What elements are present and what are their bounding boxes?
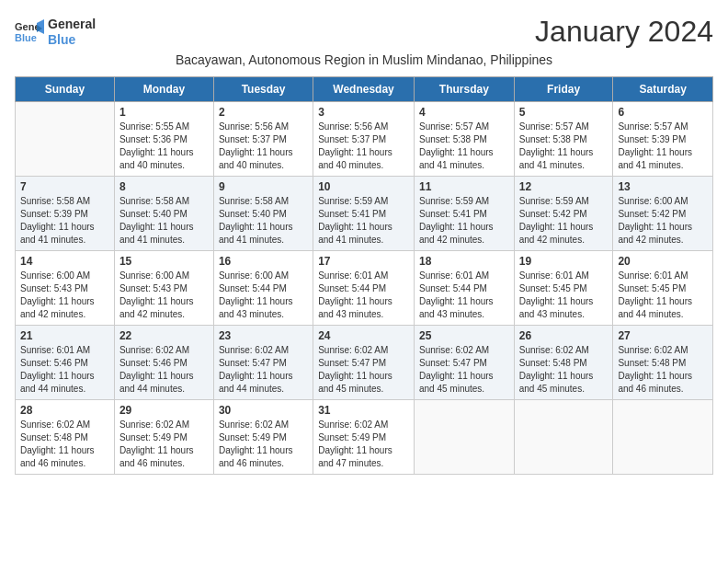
day-number: 11: [419, 180, 509, 193]
calendar-cell: 31Sunrise: 6:02 AMSunset: 5:49 PMDayligh…: [313, 400, 415, 475]
day-number: 17: [318, 255, 409, 268]
calendar-cell: 13Sunrise: 6:00 AMSunset: 5:42 PMDayligh…: [613, 177, 713, 251]
day-info: Sunrise: 5:58 AMSunset: 5:40 PMDaylight:…: [219, 195, 308, 247]
calendar-cell: 16Sunrise: 6:00 AMSunset: 5:44 PMDayligh…: [213, 251, 313, 326]
calendar-cell: 21Sunrise: 6:01 AMSunset: 5:46 PMDayligh…: [16, 326, 115, 400]
day-info: Sunrise: 6:01 AMSunset: 5:44 PMDaylight:…: [318, 270, 409, 321]
calendar-week-2: 7Sunrise: 5:58 AMSunset: 5:39 PMDaylight…: [16, 177, 713, 251]
day-header-monday: Monday: [114, 77, 213, 102]
calendar-cell: 2Sunrise: 5:56 AMSunset: 5:37 PMDaylight…: [213, 102, 313, 177]
calendar-cell: 27Sunrise: 6:02 AMSunset: 5:48 PMDayligh…: [613, 326, 713, 400]
logo-icon: General Blue: [15, 19, 44, 45]
calendar-cell: 19Sunrise: 6:01 AMSunset: 5:45 PMDayligh…: [514, 251, 613, 326]
logo-line1: General: [48, 17, 96, 32]
day-number: 29: [119, 404, 209, 417]
calendar-cell: 3Sunrise: 5:56 AMSunset: 5:37 PMDaylight…: [313, 102, 415, 177]
day-number: 24: [318, 329, 409, 342]
day-info: Sunrise: 6:00 AMSunset: 5:42 PMDaylight:…: [618, 195, 708, 247]
day-number: 30: [219, 404, 308, 417]
day-info: Sunrise: 6:02 AMSunset: 5:47 PMDaylight:…: [318, 344, 409, 396]
day-header-sunday: Sunday: [16, 77, 115, 102]
day-number: 10: [318, 180, 409, 193]
day-info: Sunrise: 6:02 AMSunset: 5:49 PMDaylight:…: [119, 419, 209, 470]
calendar-cell: 25Sunrise: 6:02 AMSunset: 5:47 PMDayligh…: [414, 326, 514, 400]
calendar-cell: 15Sunrise: 6:00 AMSunset: 5:43 PMDayligh…: [114, 251, 213, 326]
day-number: 23: [219, 329, 308, 342]
day-info: Sunrise: 6:02 AMSunset: 5:47 PMDaylight:…: [219, 344, 308, 396]
day-info: Sunrise: 6:01 AMSunset: 5:46 PMDaylight:…: [20, 344, 109, 396]
calendar-cell: 14Sunrise: 6:00 AMSunset: 5:43 PMDayligh…: [16, 251, 115, 326]
calendar-cell: [16, 102, 115, 177]
calendar-cell: 12Sunrise: 5:59 AMSunset: 5:42 PMDayligh…: [514, 177, 613, 251]
day-info: Sunrise: 6:02 AMSunset: 5:48 PMDaylight:…: [618, 344, 708, 396]
day-info: Sunrise: 5:59 AMSunset: 5:41 PMDaylight:…: [419, 195, 509, 247]
day-info: Sunrise: 6:02 AMSunset: 5:48 PMDaylight:…: [20, 419, 109, 470]
day-number: 22: [119, 329, 209, 342]
calendar-cell: 26Sunrise: 6:02 AMSunset: 5:48 PMDayligh…: [514, 326, 613, 400]
day-info: Sunrise: 6:01 AMSunset: 5:45 PMDaylight:…: [618, 270, 708, 321]
subtitle: Bacayawan, Autonomous Region in Muslim M…: [15, 52, 713, 67]
calendar-cell: [414, 400, 514, 475]
calendar-cell: 8Sunrise: 5:58 AMSunset: 5:40 PMDaylight…: [114, 177, 213, 251]
day-info: Sunrise: 5:59 AMSunset: 5:42 PMDaylight:…: [519, 195, 609, 247]
day-info: Sunrise: 5:58 AMSunset: 5:39 PMDaylight:…: [20, 195, 109, 247]
day-info: Sunrise: 6:00 AMSunset: 5:43 PMDaylight:…: [20, 270, 109, 321]
day-number: 28: [20, 404, 109, 417]
calendar-cell: 24Sunrise: 6:02 AMSunset: 5:47 PMDayligh…: [313, 326, 415, 400]
day-number: 8: [119, 180, 209, 193]
day-number: 12: [519, 180, 609, 193]
day-number: 25: [419, 329, 509, 342]
calendar-week-5: 28Sunrise: 6:02 AMSunset: 5:48 PMDayligh…: [16, 400, 713, 475]
day-number: 6: [618, 106, 708, 119]
calendar-cell: 6Sunrise: 5:57 AMSunset: 5:39 PMDaylight…: [613, 102, 713, 177]
day-header-friday: Friday: [514, 77, 613, 102]
day-info: Sunrise: 6:02 AMSunset: 5:49 PMDaylight:…: [219, 419, 308, 470]
calendar-week-1: 1Sunrise: 5:55 AMSunset: 5:36 PMDaylight…: [16, 102, 713, 177]
day-info: Sunrise: 5:58 AMSunset: 5:40 PMDaylight:…: [119, 195, 209, 247]
calendar-cell: 7Sunrise: 5:58 AMSunset: 5:39 PMDaylight…: [16, 177, 115, 251]
calendar-body: 1Sunrise: 5:55 AMSunset: 5:36 PMDaylight…: [16, 102, 713, 475]
day-number: 1: [119, 106, 209, 119]
day-number: 4: [419, 106, 509, 119]
calendar-cell: 10Sunrise: 5:59 AMSunset: 5:41 PMDayligh…: [313, 177, 415, 251]
day-number: 26: [519, 329, 609, 342]
calendar-header: SundayMondayTuesdayWednesdayThursdayFrid…: [16, 77, 713, 102]
day-number: 14: [20, 255, 109, 268]
page-header: General Blue General Blue January 2024: [15, 15, 713, 49]
day-number: 5: [519, 106, 609, 119]
calendar-cell: 30Sunrise: 6:02 AMSunset: 5:49 PMDayligh…: [213, 400, 313, 475]
day-number: 3: [318, 106, 409, 119]
calendar-cell: 28Sunrise: 6:02 AMSunset: 5:48 PMDayligh…: [16, 400, 115, 475]
calendar-week-3: 14Sunrise: 6:00 AMSunset: 5:43 PMDayligh…: [16, 251, 713, 326]
day-header-wednesday: Wednesday: [313, 77, 415, 102]
day-info: Sunrise: 5:56 AMSunset: 5:37 PMDaylight:…: [219, 121, 308, 172]
day-number: 19: [519, 255, 609, 268]
calendar-cell: 22Sunrise: 6:02 AMSunset: 5:46 PMDayligh…: [114, 326, 213, 400]
day-info: Sunrise: 5:57 AMSunset: 5:38 PMDaylight:…: [519, 121, 609, 172]
calendar-cell: [613, 400, 713, 475]
day-number: 7: [20, 180, 109, 193]
calendar-cell: 29Sunrise: 6:02 AMSunset: 5:49 PMDayligh…: [114, 400, 213, 475]
day-number: 18: [419, 255, 509, 268]
header-row: SundayMondayTuesdayWednesdayThursdayFrid…: [16, 77, 713, 102]
svg-text:Blue: Blue: [15, 32, 37, 43]
day-info: Sunrise: 6:02 AMSunset: 5:48 PMDaylight:…: [519, 344, 609, 396]
day-info: Sunrise: 5:59 AMSunset: 5:41 PMDaylight:…: [318, 195, 409, 247]
day-info: Sunrise: 5:57 AMSunset: 5:38 PMDaylight:…: [419, 121, 509, 172]
calendar-cell: 1Sunrise: 5:55 AMSunset: 5:36 PMDaylight…: [114, 102, 213, 177]
day-info: Sunrise: 6:00 AMSunset: 5:44 PMDaylight:…: [219, 270, 308, 321]
day-info: Sunrise: 6:02 AMSunset: 5:49 PMDaylight:…: [318, 419, 409, 470]
calendar-cell: 11Sunrise: 5:59 AMSunset: 5:41 PMDayligh…: [414, 177, 514, 251]
calendar-cell: 9Sunrise: 5:58 AMSunset: 5:40 PMDaylight…: [213, 177, 313, 251]
day-info: Sunrise: 5:56 AMSunset: 5:37 PMDaylight:…: [318, 121, 409, 172]
day-header-thursday: Thursday: [414, 77, 514, 102]
logo: General Blue General Blue: [15, 17, 96, 48]
day-number: 2: [219, 106, 308, 119]
day-info: Sunrise: 6:02 AMSunset: 5:46 PMDaylight:…: [119, 344, 209, 396]
day-info: Sunrise: 6:00 AMSunset: 5:43 PMDaylight:…: [119, 270, 209, 321]
calendar: SundayMondayTuesdayWednesdayThursdayFrid…: [15, 76, 713, 475]
day-number: 27: [618, 329, 708, 342]
day-info: Sunrise: 6:01 AMSunset: 5:44 PMDaylight:…: [419, 270, 509, 321]
calendar-cell: 5Sunrise: 5:57 AMSunset: 5:38 PMDaylight…: [514, 102, 613, 177]
calendar-cell: 23Sunrise: 6:02 AMSunset: 5:47 PMDayligh…: [213, 326, 313, 400]
